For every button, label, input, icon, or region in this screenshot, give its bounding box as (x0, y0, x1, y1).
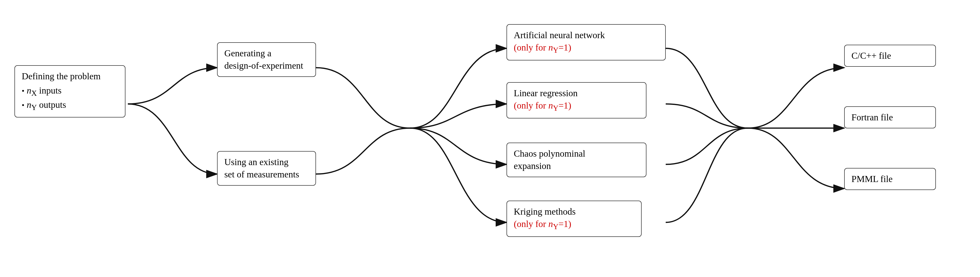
chaos-label1: Chaos polynominal (514, 147, 639, 160)
problem-title: Defining the problem (22, 70, 118, 82)
ann-note: (only for nY=1) (514, 41, 659, 55)
kriging-label: Kriging methods (514, 205, 634, 218)
lr-note: (only for nY=1) (514, 99, 639, 114)
pmml-label: PMML file (851, 174, 892, 184)
measurements-node: Using an existing set of measurements (217, 151, 316, 186)
lr-label: Linear regression (514, 87, 639, 99)
problem-node: Defining the problem • nX inputs • nY ou… (14, 65, 126, 117)
ann-node: Artificial neural network (only for nY=1… (506, 24, 666, 61)
diagram-container: Defining the problem • nX inputs • nY ou… (0, 0, 980, 277)
doe-node: Generating a design-of-experiment (217, 42, 316, 77)
chaos-label2: expansion (514, 160, 639, 172)
cpp-node: C/C++ file (844, 45, 936, 67)
ann-label: Artificial neural network (514, 29, 659, 41)
problem-bullet1: • nX inputs (22, 84, 118, 98)
fortran-node: Fortran file (844, 106, 936, 128)
diagram-svg (0, 0, 980, 277)
doe-label1: Generating a (224, 47, 309, 59)
doe-label2: design-of-experiment (224, 59, 309, 72)
pmml-node: PMML file (844, 168, 936, 190)
fortran-label: Fortran file (851, 112, 893, 122)
lr-node: Linear regression (only for nY=1) (506, 82, 646, 118)
measurements-label1: Using an existing (224, 156, 309, 168)
cpp-label: C/C++ file (851, 51, 891, 61)
problem-bullet2: • nY outputs (22, 99, 118, 113)
kriging-note: (only for nY=1) (514, 218, 634, 232)
kriging-node: Kriging methods (only for nY=1) (506, 201, 641, 237)
measurements-label2: set of measurements (224, 168, 309, 181)
chaos-node: Chaos polynominal expansion (506, 143, 646, 177)
